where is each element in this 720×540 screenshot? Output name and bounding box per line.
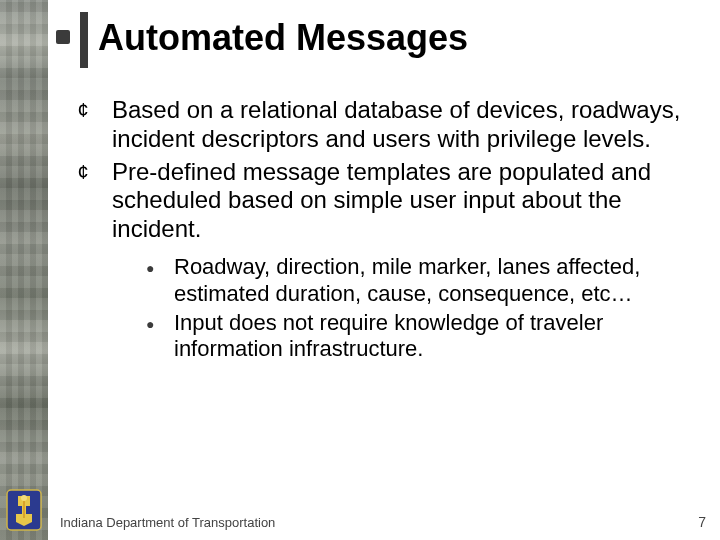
list-item: ● Roadway, direction, mile marker, lanes… [146, 254, 704, 308]
bullet-list-level1: ¢ Based on a relational database of devi… [54, 96, 720, 244]
bullet-text: Roadway, direction, mile marker, lanes a… [174, 254, 704, 308]
bullet-text: Based on a relational database of device… [112, 96, 704, 154]
solid-bullet-icon: ● [146, 310, 174, 333]
footer-text: Indiana Department of Transportation [60, 515, 275, 530]
bullet-list-level2: ● Roadway, direction, mile marker, lanes… [54, 254, 720, 363]
hollow-bullet-icon: ¢ [54, 158, 112, 184]
bullet-text: Pre-defined message templates are popula… [112, 158, 704, 244]
solid-bullet-icon: ● [146, 254, 174, 277]
slide-title: Automated Messages [98, 12, 468, 59]
list-item: ● Input does not require knowledge of tr… [146, 310, 704, 364]
page-number: 7 [698, 514, 706, 530]
slide-content: Automated Messages ¢ Based on a relation… [54, 0, 720, 540]
title-row: Automated Messages [54, 0, 720, 68]
side-aerial-strip [0, 0, 48, 540]
hollow-bullet-icon: ¢ [54, 96, 112, 122]
svg-point-2 [21, 495, 27, 501]
list-item: ¢ Pre-defined message templates are popu… [54, 158, 704, 244]
list-item: ¢ Based on a relational database of devi… [54, 96, 704, 154]
title-divider-bar [80, 12, 88, 68]
title-bullet-icon [56, 30, 70, 44]
indiana-seal-logo [6, 486, 42, 534]
bullet-text: Input does not require knowledge of trav… [174, 310, 704, 364]
